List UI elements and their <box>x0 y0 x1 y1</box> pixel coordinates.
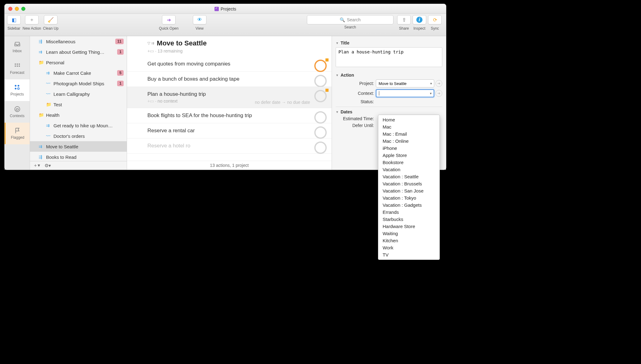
perspective-forecast[interactable]: Forecast <box>5 58 30 79</box>
context-menu-item[interactable]: Kitchen <box>378 237 439 244</box>
project-field-label: Project: <box>336 81 376 86</box>
project-item[interactable]: 📁Health <box>30 110 127 120</box>
context-menu-item[interactable]: Work <box>378 244 439 251</box>
project-item[interactable]: 📁Personal <box>30 57 127 68</box>
title-field[interactable] <box>336 47 442 67</box>
goto-project-button[interactable]: ➜ <box>435 80 442 87</box>
inspect-button[interactable]: i <box>413 15 426 24</box>
single-action-icon: 〰 <box>46 91 51 96</box>
svg-point-6 <box>15 85 16 87</box>
eye-icon: 👁 <box>197 17 202 23</box>
project-item[interactable]: ⇉Get ready to hike up Moun… <box>30 120 127 131</box>
svg-rect-4 <box>17 66 18 67</box>
task-row[interactable]: Get quotes from moving companies <box>127 57 332 72</box>
context-menu-item[interactable]: iPhone <box>378 145 439 152</box>
folder-icon: 📁 <box>39 60 44 65</box>
project-item[interactable]: ⇶Books to Read <box>30 152 127 161</box>
sequential-icon: ⇉ <box>39 144 44 149</box>
status-circle[interactable] <box>314 111 327 124</box>
project-select[interactable]: Move to Seattle <box>376 79 434 87</box>
context-select[interactable] <box>376 89 434 97</box>
project-item[interactable]: ⇉Learn about Getting Thing…1 <box>30 47 127 57</box>
context-menu-item[interactable]: Apple Store <box>378 152 439 159</box>
project-item[interactable]: 〰Photograph Model Ships1 <box>30 78 127 89</box>
perspective-projects-label: Projects <box>11 92 24 96</box>
quick-open-button[interactable]: ➔ <box>162 15 176 24</box>
share-button[interactable]: ⇧ <box>397 15 411 24</box>
goto-context-button[interactable]: ➜ <box>435 90 442 97</box>
status-bar: 13 actions, 1 project <box>127 161 332 170</box>
parallel-icon: ⇶ <box>39 39 44 44</box>
status-circle[interactable] <box>314 142 327 154</box>
perspective-inbox[interactable]: Inbox <box>5 36 30 58</box>
perspective-flagged[interactable]: Flagged <box>5 123 30 144</box>
task-row[interactable]: Book flights to SEA for the house-huntin… <box>127 108 332 123</box>
inspect-label: Inspect <box>414 26 426 31</box>
project-item[interactable]: 📁Test <box>30 99 127 110</box>
status-circle[interactable] <box>314 126 327 139</box>
count-badge: 1 <box>117 81 124 86</box>
project-item[interactable]: 〰Learn Calligraphy <box>30 89 127 99</box>
task-row[interactable]: Reserve a rental car <box>127 123 332 138</box>
clean-up-label: Clean Up <box>43 26 58 31</box>
context-menu-item[interactable]: Hardware Store <box>378 223 439 230</box>
project-list-body[interactable]: ⇶Miscellaneous11⇉Learn about Getting Thi… <box>30 36 127 161</box>
status-circle[interactable] <box>314 60 327 72</box>
context-menu-item[interactable]: Bookstore <box>378 159 439 166</box>
gear-button[interactable]: ⚙▾ <box>45 163 51 168</box>
task-row[interactable]: Reserve a hotel ro <box>127 138 332 154</box>
project-item-label: Doctor's orders <box>53 133 85 139</box>
plus-icon: ＋ <box>29 17 34 23</box>
context-menu-item[interactable]: Waiting <box>378 230 439 237</box>
context-menu-item[interactable]: TV <box>378 251 439 258</box>
add-button[interactable]: ＋▾ <box>33 163 40 168</box>
flag-icon <box>13 127 22 134</box>
context-menu-item[interactable]: Home <box>378 116 439 123</box>
search-placeholder: Search <box>347 17 360 22</box>
status-circle[interactable] <box>314 75 327 87</box>
project-item[interactable]: ⇉Move to Seattle <box>30 141 127 152</box>
clean-up-button[interactable]: 🧹 <box>44 15 57 24</box>
context-menu-item[interactable]: Vacation : Seattle <box>378 173 439 180</box>
context-menu-item[interactable]: Mac : Email <box>378 130 439 138</box>
perspective-projects[interactable]: Projects <box>5 79 30 101</box>
context-menu-item[interactable]: Vacation <box>378 166 439 173</box>
share-label: Share <box>399 26 409 31</box>
status-circle[interactable] <box>314 90 327 102</box>
context-menu-item[interactable]: Vacation : Tokyo <box>378 194 439 201</box>
inspector-dates-header[interactable]: ▼Dates <box>336 109 442 114</box>
main-header: ▽ ⇉ Move to Seattle +▭ · 13 remaining <box>127 36 332 53</box>
perspective-bar: Inbox Forecast Projects Contexts Flagged <box>5 36 30 170</box>
perspective-contexts[interactable]: Contexts <box>5 101 30 123</box>
view-button[interactable]: 👁 <box>193 15 206 24</box>
task-row[interactable]: Plan a house-hunting trip+▭ · no context… <box>127 87 332 108</box>
context-menu-item[interactable]: Vacation : San Jose <box>378 187 439 194</box>
context-dropdown-menu[interactable]: HomeMacMac : EmailMac : OnlineiPhoneAppl… <box>378 115 440 260</box>
status-field-label: Status: <box>336 99 376 104</box>
task-list: Get quotes from moving companiesBuy a bu… <box>127 57 332 161</box>
task-dates: no defer date → no due date <box>255 100 310 105</box>
task-row[interactable]: Buy a bunch of boxes and packing tape <box>127 72 332 87</box>
project-item[interactable]: ⇉Make Carrot Cake5 <box>30 68 127 78</box>
outline-controls[interactable]: ▽ ⇉ <box>147 41 154 45</box>
project-item[interactable]: 〰Doctor's orders <box>30 131 127 141</box>
context-menu-item[interactable]: Vacation : Gadgets <box>378 201 439 209</box>
context-menu-item[interactable]: Errands <box>378 209 439 216</box>
count-badge: 1 <box>117 49 124 55</box>
search-input[interactable]: 🔍 Search <box>307 15 393 24</box>
broom-icon: 🧹 <box>48 17 54 23</box>
context-menu-item[interactable]: Starbucks <box>378 216 439 223</box>
project-list: ⇶Miscellaneous11⇉Learn about Getting Thi… <box>30 36 127 170</box>
arrow-right-icon: ➔ <box>167 17 171 23</box>
project-item[interactable]: ⇶Miscellaneous11 <box>30 36 127 47</box>
project-title: Move to Seattle <box>157 39 206 47</box>
context-menu-item[interactable]: Vacation : Brussels <box>378 180 439 187</box>
inspector-title-header[interactable]: ▼Title <box>336 40 442 45</box>
sidebar-button[interactable]: ◧ <box>7 15 21 24</box>
inspector-action-header[interactable]: ▼Action <box>336 73 442 78</box>
context-menu-item[interactable]: Mac : Online <box>378 138 439 145</box>
sync-button[interactable]: ⟳ <box>428 15 442 24</box>
info-icon: i <box>416 17 422 23</box>
context-menu-item[interactable]: Mac <box>378 123 439 130</box>
new-action-button[interactable]: ＋ <box>25 15 39 24</box>
